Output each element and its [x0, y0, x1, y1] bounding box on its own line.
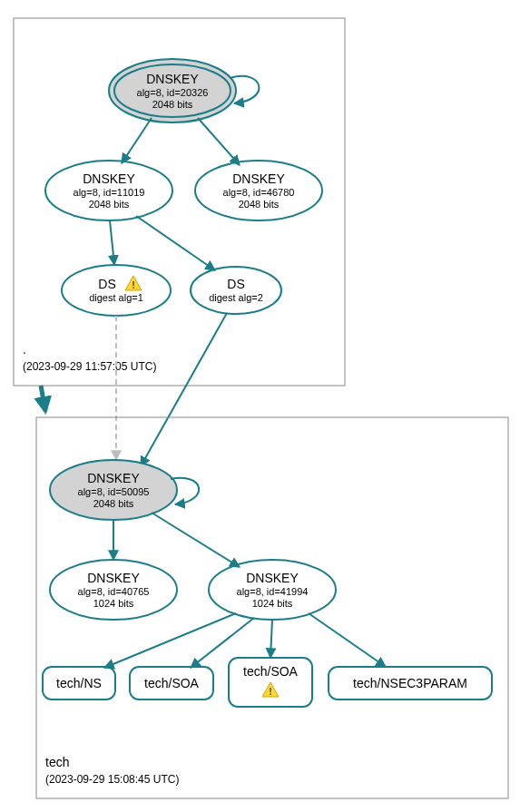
tech-dnskey1-title: DNSKEY: [87, 571, 140, 585]
edge-tech-dnskey2-rr4: [309, 613, 386, 667]
root-ksk-line3: 2048 bits: [152, 99, 193, 110]
root-dnskey2-line2: alg=8, id=46780: [223, 187, 295, 198]
root-dnskey2-node: DNSKEY alg=8, id=46780 2048 bits: [195, 161, 322, 220]
tech-dnskey2-line2: alg=8, id=41994: [237, 586, 309, 597]
zone-date-root: (2023-09-29 11:57:05 UTC): [23, 360, 156, 373]
tech-rr4-title: tech/NSEC3PARAM: [353, 676, 467, 690]
zone-label-tech: tech: [45, 755, 69, 769]
tech-ksk-line3: 2048 bits: [93, 498, 134, 509]
svg-point-4: [62, 265, 171, 316]
root-ksk-line2: alg=8, id=20326: [137, 87, 209, 98]
root-dnskey1-title: DNSKEY: [83, 171, 135, 186]
tech-rr3-node: tech/SOA !: [229, 658, 312, 707]
edge-tech-ksk-dnskey2: [152, 513, 240, 567]
svg-text:!: !: [132, 279, 135, 290]
root-dnskey1-node: DNSKEY alg=8, id=11019 2048 bits: [45, 161, 172, 220]
root-ds2-node: DS digest alg=2: [191, 267, 281, 314]
edge-root-ksk-dnskey2: [198, 118, 240, 165]
tech-rr4-node: tech/NSEC3PARAM: [329, 667, 492, 699]
root-ds1-title: DS: [98, 277, 115, 291]
tech-rr2-node: tech/SOA: [130, 667, 213, 699]
tech-rr2-title: tech/SOA: [144, 676, 200, 690]
zone-date-tech: (2023-09-29 15:08:45 UTC): [45, 773, 179, 786]
tech-rr1-node: tech/NS: [43, 667, 115, 699]
edge-root-dnskey1-ds1: [110, 220, 114, 265]
root-dnskey2-line3: 2048 bits: [239, 199, 280, 210]
root-dnskey2-title: DNSKEY: [232, 171, 285, 186]
edge-tech-dnskey2-rr1: [104, 613, 236, 668]
root-dnskey1-line2: alg=8, id=11019: [74, 187, 145, 198]
tech-ksk-node: DNSKEY alg=8, id=50095 2048 bits: [50, 460, 177, 520]
root-ds2-title: DS: [227, 277, 244, 291]
dnssec-diagram: DNSKEY alg=8, id=20326 2048 bits DNSKEY …: [0, 0, 520, 812]
tech-dnskey1-line3: 1024 bits: [93, 598, 134, 609]
edge-tech-dnskey2-rr3: [270, 620, 272, 658]
tech-rr1-title: tech/NS: [56, 676, 102, 690]
tech-dnskey1-node: DNSKEY alg=8, id=40765 1024 bits: [50, 560, 177, 620]
edge-root-dnskey1-ds2: [136, 216, 215, 270]
tech-ksk-title: DNSKEY: [87, 471, 140, 485]
tech-dnskey2-node: DNSKEY alg=8, id=41994 1024 bits: [209, 560, 336, 620]
svg-text:!: !: [269, 686, 272, 697]
root-ksk-node: DNSKEY alg=8, id=20326 2048 bits: [109, 59, 236, 122]
root-ksk-title: DNSKEY: [146, 72, 199, 86]
tech-dnskey2-title: DNSKEY: [246, 571, 299, 585]
zone-label-root: .: [23, 342, 26, 357]
root-ds1-line2: digest alg=1: [89, 292, 143, 303]
root-dnskey1-line3: 2048 bits: [89, 199, 130, 210]
edge-root-ksk-dnskey1: [122, 118, 152, 163]
edge-root-to-tech-zone: [41, 386, 45, 411]
tech-rr3-title: tech/SOA: [243, 664, 299, 679]
tech-dnskey1-line2: alg=8, id=40765: [78, 586, 150, 597]
root-ds2-line2: digest alg=2: [209, 292, 263, 303]
edge-ds2-to-tech-ksk: [141, 313, 227, 466]
tech-dnskey2-line3: 1024 bits: [252, 598, 293, 609]
root-ds1-node: DS digest alg=1 !: [62, 265, 171, 316]
tech-ksk-line2: alg=8, id=50095: [78, 486, 150, 497]
